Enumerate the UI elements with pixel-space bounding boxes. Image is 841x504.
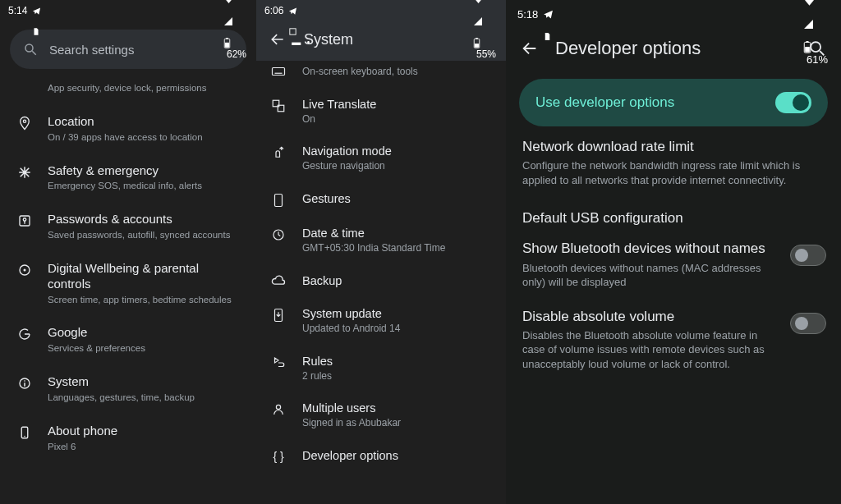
dev-item-network-limit[interactable]: Network download rate limit Configure th… — [506, 138, 841, 197]
system-item-title: Rules — [302, 354, 494, 369]
update-icon — [268, 308, 289, 323]
clock-icon — [268, 227, 289, 242]
dev-item-sub: Bluetooth devices without names (MAC add… — [522, 261, 780, 290]
telegram-icon — [288, 7, 311, 16]
settings-item-sub: Saved passwords, autofill, synced accoun… — [48, 229, 243, 241]
system-item-sub: Updated to Android 14 — [302, 323, 494, 336]
switch-on[interactable] — [775, 92, 811, 113]
wifi-icon — [803, 0, 830, 7]
back-button[interactable] — [521, 39, 539, 57]
battery-percentage: 62% — [227, 48, 246, 60]
svg-point-9 — [24, 269, 26, 272]
system-item-title: Developer options — [302, 448, 494, 463]
svg-line-4 — [32, 51, 36, 55]
use-developer-options-toggle[interactable]: Use developer options — [519, 79, 828, 126]
system-item-title: Multiple users — [302, 401, 494, 415]
system-item-datetime[interactable]: Date & time GMT+05:30 India Standard Tim… — [256, 217, 506, 264]
wifi-icon — [473, 0, 498, 5]
svg-rect-23 — [275, 195, 283, 207]
battery-icon — [223, 38, 248, 48]
switch-off[interactable] — [790, 313, 826, 334]
telegram-icon — [543, 9, 554, 20]
svg-rect-15 — [290, 28, 296, 34]
info-icon — [15, 376, 34, 391]
cloud-icon — [268, 275, 289, 286]
status-bar: 6:06 ▬ • 55% — [256, 0, 506, 21]
signal-icon — [473, 16, 498, 26]
dev-item-title: Disable absolute volume — [522, 308, 780, 325]
settings-item-system[interactable]: System Languages, gestures, time, backup — [0, 364, 256, 414]
page-title: System — [304, 31, 353, 48]
gestures-icon — [268, 193, 289, 208]
settings-item-sub: Emergency SOS, medical info, alerts — [48, 180, 243, 192]
system-item-rules[interactable]: Rules 2 rules — [256, 345, 506, 392]
system-item-title: System update — [302, 306, 494, 321]
search-button[interactable] — [808, 39, 826, 57]
system-item-keyboard[interactable]: On-screen keyboard, tools — [256, 61, 506, 88]
telegram-icon — [32, 7, 41, 16]
system-item-gestures[interactable]: Gestures — [256, 182, 506, 217]
battery-percentage: 55% — [476, 48, 496, 60]
svg-point-5 — [23, 120, 25, 122]
settings-item-title: Google — [48, 325, 243, 341]
battery-icon — [473, 38, 498, 48]
settings-item-title: Digital Wellbeing & parental controls — [48, 261, 243, 292]
system-item-navigation[interactable]: Navigation mode Gesture navigation — [256, 135, 506, 182]
settings-item-google[interactable]: Google Services & preferences — [0, 315, 256, 364]
system-item-users[interactable]: Multiple users Signed in as Abubakar — [256, 392, 506, 439]
dev-item-bt-no-names[interactable]: Show Bluetooth devices without names Blu… — [506, 231, 841, 299]
status-time: 6:06 — [264, 5, 283, 16]
svg-rect-1 — [226, 38, 228, 39]
switch-off[interactable] — [790, 245, 826, 266]
svg-rect-12 — [24, 383, 25, 387]
dev-item-usb-config[interactable]: Default USB configuration — [506, 197, 841, 231]
sim-icon — [32, 27, 41, 36]
settings-item-security[interactable]: App security, device lock, permissions — [0, 80, 256, 104]
status-time: 5:18 — [517, 8, 538, 21]
back-button[interactable] — [269, 31, 286, 48]
dev-item-sub: Configure the network bandwidth ingress … — [522, 158, 825, 187]
braces-icon: { } — [268, 450, 289, 463]
settings-item-sub: App security, device lock, permissions — [48, 82, 243, 94]
svg-point-3 — [25, 44, 33, 52]
system-item-developer[interactable]: { } Developer options — [256, 439, 506, 472]
settings-item-sub: Pixel 6 — [48, 441, 243, 453]
settings-item-safety[interactable]: Safety & emergency Emergency SOS, medica… — [0, 153, 256, 203]
system-item-update[interactable]: System update Updated to Android 14 — [256, 297, 506, 345]
svg-point-11 — [24, 380, 25, 382]
key-icon — [15, 213, 34, 228]
settings-item-wellbeing[interactable]: Digital Wellbeing & parental controls Sc… — [0, 251, 256, 315]
settings-item-sub: On / 39 apps have access to location — [48, 131, 243, 144]
settings-item-about[interactable]: About phone Pixel 6 — [0, 414, 256, 463]
system-item-translate[interactable]: Live Translate On — [256, 88, 506, 135]
system-item-title: Live Translate — [302, 97, 494, 112]
system-item-title: Date & time — [302, 226, 494, 241]
system-item-sub: GMT+05:30 India Standard Time — [302, 242, 494, 255]
dev-item-absolute-volume[interactable]: Disable absolute volume Disables the Blu… — [506, 300, 841, 382]
translate-icon — [268, 99, 289, 113]
settings-item-title: System — [48, 374, 243, 390]
system-item-sub: 2 rules — [302, 370, 494, 383]
system-settings-screen: 6:06 ▬ • 55% System — [256, 0, 506, 504]
settings-item-title: Location — [48, 114, 243, 130]
phone-icon — [15, 425, 34, 440]
settings-item-location[interactable]: Location On / 39 apps have access to loc… — [0, 104, 256, 153]
user-icon — [268, 402, 289, 417]
svg-point-30 — [811, 42, 820, 52]
svg-point-26 — [276, 405, 280, 410]
status-notification-icons — [32, 0, 41, 48]
svg-line-31 — [820, 51, 824, 55]
settings-item-title: Safety & emergency — [48, 163, 243, 179]
dev-item-title: Show Bluetooth devices without names — [522, 240, 780, 257]
system-item-backup[interactable]: Backup — [256, 264, 506, 297]
keyboard-icon — [268, 66, 289, 77]
system-item-title: Gestures — [302, 191, 494, 206]
settings-item-passwords[interactable]: Passwords & accounts Saved passwords, au… — [0, 202, 256, 251]
asterisk-icon — [15, 165, 34, 180]
svg-point-14 — [24, 436, 25, 438]
swipe-icon — [268, 145, 289, 160]
system-item-sub: On-screen keyboard, tools — [302, 66, 494, 79]
system-item-sub: On — [302, 113, 494, 126]
location-icon — [15, 116, 34, 131]
search-settings-bar[interactable]: Search settings — [10, 30, 246, 69]
